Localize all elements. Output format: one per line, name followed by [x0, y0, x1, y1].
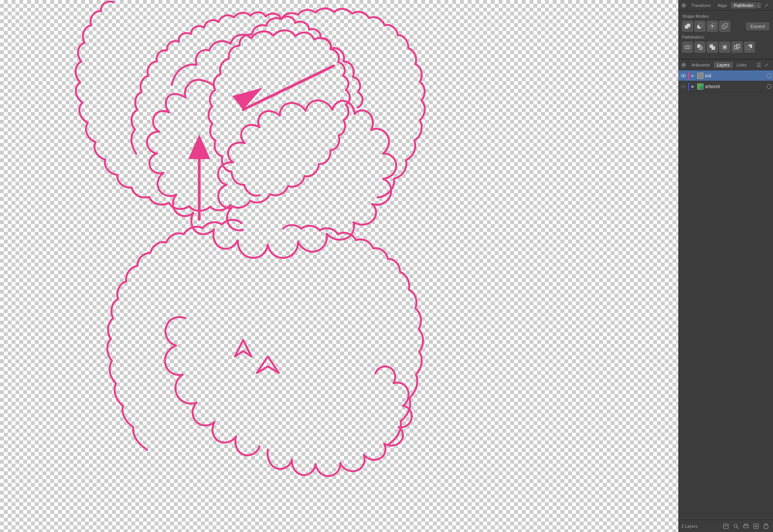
- layers-menu-icon[interactable]: ☰: [756, 62, 761, 68]
- expand-button[interactable]: Expand: [746, 22, 769, 30]
- arrow-vertical: [188, 134, 210, 219]
- pathfinder-panel-header: × Transform Align Pathfinder ☰ ⤢: [678, 0, 773, 11]
- svg-rect-18: [699, 46, 703, 50]
- svg-point-28: [683, 75, 684, 76]
- svg-rect-10: [712, 25, 713, 27]
- layer-thumb-box-cut: [697, 73, 703, 79]
- intersect-button[interactable]: [707, 21, 718, 32]
- character-outline: [147, 80, 412, 476]
- svg-rect-5: [687, 24, 690, 27]
- tab-links[interactable]: Links: [734, 62, 750, 68]
- minus-front-button[interactable]: [695, 21, 705, 32]
- layers-footer: 2 Layers: [678, 520, 773, 532]
- tab-transform[interactable]: Transform: [688, 2, 714, 8]
- pathfinder-tabs: Transform Align Pathfinder: [688, 2, 756, 8]
- shape-modes-icons: Expand: [682, 21, 769, 32]
- layers-panel: × Artboards Layers Links ☰ ⤢ ▶ cut: [678, 59, 773, 532]
- artwork-svg: [0, 0, 678, 532]
- layers-close-button[interactable]: ×: [681, 63, 686, 67]
- layer-thumb-art: [697, 83, 703, 90]
- outline-button[interactable]: [732, 42, 742, 53]
- layer-expand-artwork[interactable]: ▶: [690, 84, 696, 89]
- canvas-area: [0, 0, 678, 532]
- tab-pathfinder[interactable]: Pathfinder: [731, 2, 756, 8]
- tab-layers[interactable]: Layers: [714, 62, 733, 68]
- layer-row-artwork[interactable]: ▶ artwork: [678, 81, 773, 92]
- svg-marker-3: [188, 134, 210, 159]
- tab-align[interactable]: Align: [715, 2, 730, 8]
- svg-rect-14: [685, 46, 690, 49]
- unite-button[interactable]: [682, 21, 693, 32]
- divide-button[interactable]: [682, 42, 693, 53]
- layer-thumbnail-artwork: [697, 83, 704, 90]
- pathfinder-content: Shape Modes: Expand: [678, 11, 773, 59]
- layer-row-cut[interactable]: ▶ cut: [678, 70, 773, 81]
- pathfinder-menu-icon[interactable]: ☰: [756, 2, 761, 8]
- pathfinders-label: Pathfinders:: [682, 35, 769, 39]
- svg-rect-26: [747, 46, 750, 49]
- layer-visibility-cut[interactable]: [680, 72, 687, 79]
- svg-rect-31: [724, 524, 728, 529]
- layers-count: 2 Layers: [681, 524, 720, 529]
- pathfinder-close-button[interactable]: ×: [681, 3, 686, 8]
- svg-rect-39: [764, 525, 768, 529]
- new-layer-icon[interactable]: [752, 522, 760, 530]
- crop-button[interactable]: [719, 42, 730, 53]
- svg-point-32: [734, 524, 737, 527]
- layer-expand-cut[interactable]: ▶: [690, 73, 696, 78]
- layer-circle-artwork[interactable]: [767, 84, 771, 89]
- svg-rect-20: [712, 46, 715, 50]
- layers-expand-icon[interactable]: ⤢: [763, 61, 770, 68]
- head-outline: [172, 31, 363, 108]
- body-outline: [76, 2, 425, 450]
- shape-modes-label: Shape Modes:: [682, 14, 769, 19]
- right-panel: × Transform Align Pathfinder ☰ ⤢ Shape M…: [678, 0, 773, 532]
- layers-panel-header: × Artboards Layers Links ☰ ⤢: [678, 59, 773, 70]
- layer-name-cut: cut: [705, 73, 765, 78]
- svg-rect-13: [724, 25, 725, 27]
- svg-rect-22: [724, 46, 726, 48]
- svg-rect-7: [699, 24, 703, 27]
- merge-button[interactable]: [707, 42, 718, 53]
- layer-thumbnail-cut: [697, 72, 704, 79]
- pathfinders-icons: [682, 42, 769, 53]
- tab-artboards[interactable]: Artboards: [688, 62, 713, 68]
- minus-back-button[interactable]: [744, 42, 755, 53]
- arrow-diagonal: [232, 66, 334, 110]
- collect-layers-icon[interactable]: [742, 522, 750, 530]
- trim-button[interactable]: [695, 42, 705, 53]
- layer-circle-cut[interactable]: [767, 73, 771, 78]
- find-layer-icon[interactable]: [732, 522, 740, 530]
- layer-name-artwork: artwork: [705, 84, 765, 89]
- layers-tabs: Artboards Layers Links: [688, 62, 756, 68]
- new-layer-set-icon[interactable]: [722, 522, 730, 530]
- layer-color-artwork: [688, 83, 689, 90]
- layers-content: ▶ cut ▶ artwork: [678, 70, 773, 520]
- layer-visibility-artwork[interactable]: [680, 83, 687, 90]
- exclude-button[interactable]: [719, 21, 730, 32]
- svg-line-33: [737, 527, 738, 529]
- pathfinder-panel: × Transform Align Pathfinder ☰ ⤢ Shape M…: [678, 0, 773, 59]
- svg-point-30: [683, 86, 684, 87]
- delete-layer-icon[interactable]: [762, 522, 770, 530]
- pathfinder-expand-icon[interactable]: ⤢: [763, 2, 770, 9]
- layer-color-cut: [688, 72, 689, 80]
